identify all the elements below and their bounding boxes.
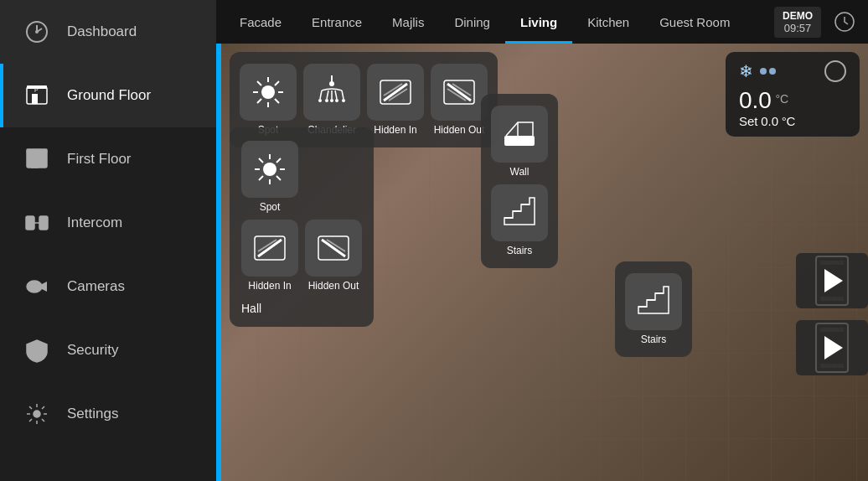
sidebar-item-cameras[interactable]: Cameras — [0, 255, 216, 318]
security-icon — [20, 334, 54, 367]
svg-point-1 — [35, 30, 39, 34]
panel-stairs-br: Stairs — [615, 261, 692, 357]
svg-line-26 — [257, 99, 261, 103]
chandelier-icon — [303, 64, 360, 121]
stairs-top-icon — [491, 184, 548, 241]
ac-widget[interactable]: ❄ 0.0 °C Set 0.0 °C — [726, 52, 860, 137]
sidebar-item-first-floor[interactable]: 1 First Floor — [0, 127, 216, 191]
device-hidden-out-top[interactable]: Hidden Out — [431, 64, 488, 136]
sidebar-label-settings: Settings — [67, 406, 118, 422]
tab-majlis[interactable]: Majlis — [377, 0, 439, 44]
film-strip-2 — [815, 323, 849, 373]
svg-rect-3 — [32, 94, 38, 104]
svg-point-14 — [32, 284, 37, 289]
hidden-in-top-label: Hidden In — [374, 124, 416, 136]
svg-point-35 — [325, 99, 328, 102]
hidden-out-top-label: Hidden Out — [434, 124, 485, 136]
device-hidden-in-hall[interactable]: Hidden In — [241, 220, 298, 292]
sidebar-label-first-floor: First Floor — [67, 151, 132, 168]
hidden-out-top-icon — [431, 64, 488, 121]
tab-guest-room[interactable]: Guest Room — [644, 0, 745, 44]
svg-point-18 — [261, 85, 275, 99]
ac-set-temperature: Set 0.0 °C — [739, 114, 846, 128]
stairs-br-label: Stairs — [641, 334, 667, 345]
device-hidden-in-top[interactable]: Hidden In — [367, 64, 424, 136]
hidden-in-hall-icon — [241, 220, 298, 277]
svg-line-33 — [342, 91, 344, 99]
svg-line-49 — [259, 176, 263, 180]
settings-icon — [20, 397, 54, 431]
hidden-out-hall-icon — [305, 220, 362, 277]
sidebar-label-dashboard: Dashboard — [67, 23, 137, 40]
room-background: ❄ 0.0 °C Set 0.0 °C — [216, 44, 868, 481]
svg-rect-9 — [27, 149, 47, 153]
svg-point-38 — [342, 99, 345, 102]
svg-line-30 — [327, 91, 328, 99]
svg-point-16 — [34, 411, 40, 417]
svg-point-37 — [335, 99, 338, 102]
spot-hall-label: Spot — [260, 201, 281, 213]
sidebar-item-security[interactable]: Security — [0, 318, 216, 382]
device-hidden-out-hall[interactable]: Hidden Out — [305, 220, 362, 292]
ac-power-button[interactable] — [824, 60, 846, 82]
svg-line-46 — [259, 158, 263, 163]
hall-label: Hall — [241, 298, 261, 315]
svg-line-29 — [320, 91, 322, 99]
hidden-in-hall-label: Hidden In — [248, 280, 291, 292]
demo-badge: DEMO 09:57 — [774, 7, 821, 38]
device-spot-hall[interactable]: Spot — [241, 141, 298, 213]
sidebar-item-intercom[interactable]: Intercom — [0, 191, 216, 255]
ac-temperature: 0.0 °C — [739, 87, 846, 114]
sidebar: Dashboard P Ground Floor 1 First Floor I… — [0, 0, 216, 481]
main-content: Facade Entrance Majlis Dining Living Kit… — [216, 0, 868, 481]
sidebar-item-dashboard[interactable]: Dashboard — [0, 0, 216, 64]
sidebar-label-ground-floor: Ground Floor — [67, 87, 151, 104]
hidden-out-hall-label: Hidden Out — [308, 280, 359, 292]
ac-icons: ❄ — [739, 61, 776, 81]
nav-tabs: Facade Entrance Majlis Dining Living Kit… — [225, 0, 774, 44]
sidebar-item-settings[interactable]: Settings — [0, 382, 216, 446]
clock-icon[interactable] — [829, 7, 860, 37]
play-button-2[interactable] — [820, 335, 844, 360]
svg-line-47 — [276, 176, 281, 180]
sidebar-label-cameras: Cameras — [67, 278, 125, 295]
tab-dining[interactable]: Dining — [439, 0, 505, 44]
stairs-top-label: Stairs — [507, 245, 533, 256]
device-stairs-top[interactable]: Stairs — [491, 184, 548, 256]
svg-rect-10 — [26, 216, 34, 230]
first-floor-icon: 1 — [20, 142, 54, 176]
video-panel-2[interactable] — [796, 320, 868, 375]
hall-hidden-row: Hidden In Hidden Out — [241, 220, 362, 292]
film-strip-1 — [815, 256, 849, 306]
svg-line-32 — [335, 91, 337, 99]
svg-point-28 — [329, 81, 334, 86]
play-button-1[interactable] — [820, 268, 844, 293]
tab-kitchen[interactable]: Kitchen — [572, 0, 644, 44]
ac-mode-dots — [760, 68, 776, 75]
sidebar-label-security: Security — [67, 342, 118, 359]
svg-rect-52 — [504, 136, 535, 146]
sidebar-label-intercom: Intercom — [67, 215, 122, 231]
dashboard-icon — [20, 15, 54, 49]
device-stairs-br[interactable]: Stairs — [625, 273, 682, 345]
ground-floor-icon: P — [20, 79, 54, 112]
svg-rect-11 — [39, 216, 48, 230]
snowflake-icon: ❄ — [739, 61, 753, 81]
device-chandelier[interactable]: Chandelier — [303, 64, 360, 136]
tab-entrance[interactable]: Entrance — [297, 0, 377, 44]
hidden-in-top-icon — [367, 64, 424, 121]
svg-line-23 — [257, 81, 261, 85]
device-spot-top[interactable]: Spot — [240, 64, 297, 136]
top-nav: Facade Entrance Majlis Dining Living Kit… — [216, 0, 868, 44]
svg-rect-5 — [27, 85, 47, 89]
stairs-br-icon — [625, 273, 682, 330]
panel-hall: Spot Hidden In Hidden Out — [230, 127, 374, 327]
svg-point-36 — [330, 99, 333, 102]
video-panel-1[interactable] — [796, 253, 868, 308]
svg-point-34 — [318, 99, 322, 102]
sidebar-item-ground-floor[interactable]: P Ground Floor — [0, 64, 216, 127]
device-wall[interactable]: Wall — [491, 106, 548, 178]
tab-living[interactable]: Living — [505, 0, 572, 44]
tab-facade[interactable]: Facade — [225, 0, 297, 44]
cameras-icon — [20, 270, 54, 303]
